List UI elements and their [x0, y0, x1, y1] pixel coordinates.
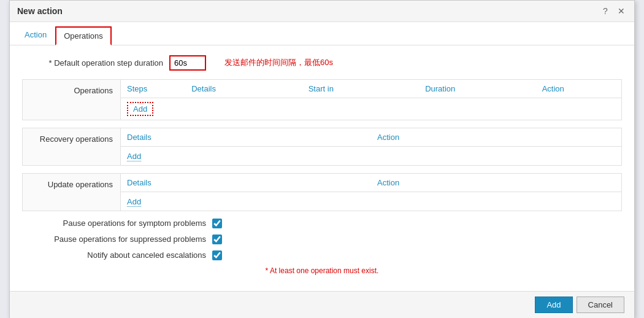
operations-section-content: Steps Details Start in Duration Action — [121, 80, 621, 120]
default-step-input[interactable] — [169, 55, 206, 71]
pause-symptom-row: Pause operations for symptom problems — [22, 219, 622, 228]
col-duration: Duration — [419, 80, 535, 98]
dialog-title: New action — [17, 6, 63, 16]
recovery-section: Recovery operations Details Action Add — [22, 128, 622, 166]
operations-section: Operations Steps Details Start in Durati… — [22, 79, 622, 120]
default-step-row: * Default operation step duration 发送邮件的时… — [22, 55, 622, 71]
tab-operations[interactable]: Operations — [55, 26, 112, 45]
update-section: Update operations Details Action Add — [22, 173, 622, 211]
footer-note: * At least one operation must exist. — [22, 266, 622, 275]
operations-section-label: Operations — [23, 80, 121, 120]
footer-cancel-button[interactable]: Cancel — [577, 297, 624, 313]
update-add-link[interactable]: Add — [127, 197, 141, 207]
tab-action[interactable]: Action — [17, 26, 54, 45]
recovery-column-headers: Details Action — [121, 128, 621, 147]
hint-text: 发送邮件的时间间隔，最低60s — [224, 57, 333, 68]
update-col-action: Action — [371, 174, 621, 192]
recovery-col-details: Details — [121, 128, 371, 146]
col-steps: Steps — [121, 80, 185, 98]
pause-symptom-checkbox[interactable] — [212, 219, 222, 228]
footer-add-button[interactable]: Add — [535, 297, 572, 313]
pause-suppressed-checkbox[interactable] — [212, 235, 222, 244]
default-step-label: * Default operation step duration — [22, 58, 169, 68]
header-icons: ? ✕ — [600, 6, 627, 17]
dialog-footer: Add Cancel — [10, 291, 634, 318]
tab-bar: Action Operations — [10, 22, 634, 45]
update-col-details: Details — [121, 174, 371, 192]
pause-suppressed-label: Pause operations for suppressed problems — [22, 235, 212, 244]
dialog-body: * Default operation step duration 发送邮件的时… — [10, 45, 634, 291]
dialog-header: New action ? ✕ — [10, 1, 634, 22]
recovery-col-action: Action — [371, 128, 621, 146]
recovery-add-link[interactable]: Add — [127, 152, 141, 161]
col-start-in: Start in — [302, 80, 419, 98]
operations-add-button[interactable]: Add — [127, 102, 153, 116]
recovery-section-label: Recovery operations — [23, 128, 121, 165]
update-section-label: Update operations — [23, 174, 121, 211]
notify-cancelled-row: Notify about canceled escalations — [22, 250, 622, 260]
notify-cancelled-label: Notify about canceled escalations — [22, 250, 212, 260]
new-action-dialog: New action ? ✕ Action Operations * Defau… — [9, 0, 635, 318]
col-details: Details — [185, 80, 302, 98]
update-section-content: Details Action Add — [121, 174, 621, 211]
operations-body: Add — [121, 98, 621, 120]
update-column-headers: Details Action — [121, 174, 621, 192]
recovery-body: Add — [121, 147, 621, 165]
pause-symptom-label: Pause operations for symptom problems — [22, 219, 212, 228]
help-icon[interactable]: ? — [600, 6, 611, 17]
notify-cancelled-checkbox[interactable] — [212, 250, 222, 260]
recovery-section-content: Details Action Add — [121, 128, 621, 165]
update-body: Add — [121, 192, 621, 211]
operations-column-headers: Steps Details Start in Duration Action — [121, 80, 621, 98]
col-action: Action — [536, 80, 621, 98]
close-icon[interactable]: ✕ — [616, 6, 627, 17]
pause-suppressed-row: Pause operations for suppressed problems — [22, 235, 622, 244]
